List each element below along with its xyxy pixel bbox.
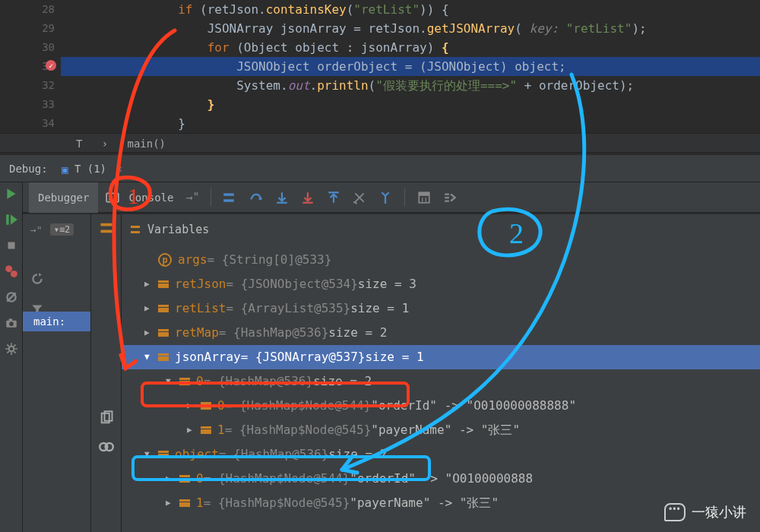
variable-row[interactable]: ▼0 = {HashMap@536} size = 2 bbox=[122, 369, 760, 394]
variables-tree[interactable]: pargs = {String[0]@533}▶retJson = {JSONO… bbox=[122, 248, 760, 515]
variable-row[interactable]: ▶retJson = {JSONObject@534} size = 3 bbox=[122, 272, 760, 296]
variable-row[interactable]: ▶retList = {ArrayList@535} size = 1 bbox=[122, 296, 760, 321]
var-extra: size = 1 bbox=[350, 296, 409, 321]
view-breakpoints-icon[interactable] bbox=[5, 264, 18, 278]
svg-rect-14 bbox=[302, 201, 313, 203]
attach-console-icon[interactable]: →" bbox=[185, 191, 199, 204]
expand-arrow-icon[interactable]: ▶ bbox=[144, 272, 155, 296]
expand-arrow-icon[interactable]: ▶ bbox=[166, 491, 176, 515]
svg-point-9 bbox=[8, 347, 14, 352]
code-editor[interactable]: 28 29 30 31✓ 32 33 34 if (retJson.contai… bbox=[0, 0, 760, 152]
variable-row[interactable]: ▶0 = {HashMap$Node@544} "orderId" -> "O0… bbox=[122, 467, 760, 491]
variable-row[interactable]: pargs = {String[0]@533} bbox=[122, 248, 760, 272]
code-area[interactable]: if (retJson.containsKey("retList")) { JS… bbox=[61, 0, 760, 133]
settings-icon[interactable] bbox=[5, 342, 18, 356]
frame-main[interactable]: main: bbox=[23, 312, 90, 331]
code-line[interactable]: if (retJson.containsKey("retList")) { bbox=[61, 0, 760, 19]
svg-point-7 bbox=[9, 321, 14, 326]
var-extra: "orderId" -> "O010000088888" bbox=[371, 394, 576, 418]
camera-icon[interactable] bbox=[5, 316, 18, 330]
watermark: 一猿小讲 bbox=[664, 503, 746, 521]
evaluate-expression-icon[interactable] bbox=[417, 191, 431, 204]
breadcrumb-method[interactable]: main() bbox=[127, 138, 166, 150]
variable-row[interactable]: ▶retMap = {HashMap@536} size = 2 bbox=[122, 321, 760, 345]
attach-icon[interactable]: →" bbox=[30, 224, 43, 236]
expand-arrow-icon[interactable]: ▶ bbox=[144, 321, 155, 345]
code-line[interactable]: for (Object object : jsonArray) { bbox=[61, 38, 760, 57]
copy-icon[interactable] bbox=[99, 410, 114, 426]
var-value: = {HashMap$Node@544} bbox=[225, 394, 372, 418]
show-execution-point-icon[interactable] bbox=[222, 191, 236, 204]
step-over-icon[interactable] bbox=[249, 191, 263, 204]
debug-run-tab[interactable]: T (1) bbox=[74, 163, 106, 175]
code-line[interactable]: } bbox=[61, 95, 760, 114]
expand-arrow-icon[interactable]: ▶ bbox=[166, 467, 176, 491]
breadcrumb-class[interactable]: T bbox=[76, 138, 82, 150]
step-into-icon[interactable] bbox=[275, 191, 289, 204]
tab-console[interactable]: Console bbox=[119, 182, 182, 213]
code-line-current[interactable]: JSONObject orderObject = (JSONObject) ob… bbox=[61, 57, 760, 76]
var-name: args bbox=[178, 248, 207, 272]
object-icon bbox=[201, 425, 211, 435]
var-name: 0 bbox=[217, 394, 225, 418]
vars-header-icon bbox=[129, 223, 141, 236]
expand-arrow-icon[interactable]: ▼ bbox=[144, 442, 155, 467]
var-name: retMap bbox=[175, 321, 219, 345]
close-icon[interactable]: × bbox=[116, 163, 122, 175]
var-value: = {HashMap$Node@545} bbox=[204, 491, 350, 515]
vars-list-icon[interactable] bbox=[99, 220, 114, 236]
svg-rect-10 bbox=[107, 193, 119, 201]
var-extra: size = 2 bbox=[328, 321, 387, 345]
var-extra: size = 2 bbox=[313, 369, 372, 394]
watch-icon[interactable] bbox=[99, 439, 114, 454]
svg-rect-21 bbox=[101, 223, 112, 226]
thread-badge[interactable]: ▾≡2 bbox=[50, 223, 74, 236]
line-number: 31✓ bbox=[0, 57, 61, 76]
object-icon bbox=[179, 498, 190, 508]
frames-sidebar: →" ▾≡2 main: bbox=[23, 214, 91, 532]
variables-pane: Variables pargs = {String[0]@533}▶retJso… bbox=[122, 214, 760, 532]
var-extra: "payerName" -> "张三" bbox=[371, 418, 520, 442]
line-number: 29 bbox=[0, 19, 61, 38]
code-line[interactable]: } bbox=[61, 114, 760, 133]
drop-frame-icon[interactable] bbox=[353, 191, 366, 204]
var-name: 0 bbox=[196, 467, 204, 491]
line-number: 30 bbox=[0, 38, 61, 57]
expand-arrow-icon[interactable]: ▶ bbox=[187, 418, 198, 442]
var-extra: "orderId" -> "O0100000888 bbox=[350, 467, 533, 491]
code-line[interactable]: System.out.println("假装要执行的处理===>" + orde… bbox=[61, 76, 760, 95]
variable-row[interactable]: ▼object = {HashMap@536} size = 2 bbox=[122, 442, 760, 467]
var-extra: size = 2 bbox=[328, 442, 387, 467]
rerun-icon[interactable] bbox=[5, 187, 18, 201]
svg-rect-11 bbox=[223, 193, 234, 195]
trace-current-stream-chain-icon[interactable] bbox=[443, 191, 457, 204]
mute-breakpoints-icon[interactable] bbox=[5, 290, 18, 304]
var-name: retList bbox=[175, 296, 226, 321]
variables-title: Variables bbox=[147, 214, 209, 245]
expand-arrow-icon[interactable]: ▶ bbox=[187, 394, 198, 418]
breakpoint-icon[interactable]: ✓ bbox=[46, 60, 56, 71]
var-value: = {String[0]@533} bbox=[207, 248, 332, 272]
run-to-cursor-icon[interactable] bbox=[378, 191, 392, 204]
svg-rect-27 bbox=[131, 226, 140, 228]
breadcrumb[interactable]: T › main() bbox=[0, 133, 760, 153]
step-out-icon[interactable] bbox=[327, 191, 340, 204]
var-value: = {ArrayList@535} bbox=[226, 296, 350, 321]
variable-row[interactable]: ▶0 = {HashMap$Node@544} "orderId" -> "O0… bbox=[122, 394, 760, 418]
variable-row[interactable]: ▼jsonArray = {JSONArray@537} size = 1 bbox=[122, 345, 760, 369]
force-step-into-icon[interactable] bbox=[301, 191, 315, 204]
expand-arrow-icon[interactable]: ▶ bbox=[144, 296, 155, 321]
restart-icon[interactable] bbox=[30, 272, 44, 286]
tab-debugger[interactable]: Debugger bbox=[29, 182, 98, 213]
stop-icon[interactable] bbox=[5, 239, 18, 252]
var-name: jsonArray bbox=[175, 345, 241, 369]
variable-row[interactable]: ▶1 = {HashMap$Node@545} "payerName" -> "… bbox=[122, 418, 760, 442]
code-line[interactable]: JSONArray jsonArray = retJson.getJSONArr… bbox=[61, 19, 760, 38]
expand-arrow-icon[interactable]: ▼ bbox=[144, 345, 155, 369]
run-config-icon: ▣ bbox=[62, 156, 68, 183]
resume-icon[interactable] bbox=[5, 213, 18, 226]
var-value: = {HashMap@536} bbox=[204, 369, 314, 394]
var-name: object bbox=[175, 442, 219, 467]
svg-rect-18 bbox=[419, 192, 429, 196]
expand-arrow-icon[interactable]: ▼ bbox=[166, 369, 176, 394]
